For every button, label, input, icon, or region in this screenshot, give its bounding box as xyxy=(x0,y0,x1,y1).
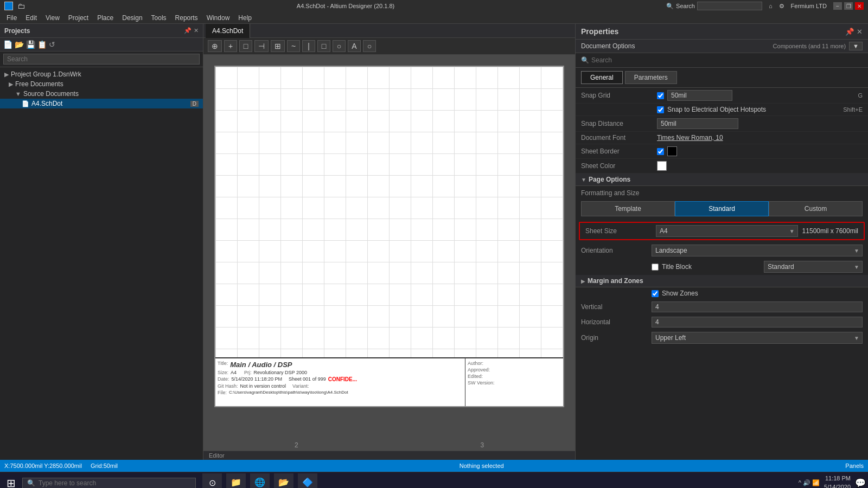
task-edge-btn[interactable]: 🌐 xyxy=(250,473,270,489)
tool-cross-btn[interactable]: ⊕ xyxy=(208,40,222,52)
taskbar-search-icon: 🔍 xyxy=(27,479,35,487)
props-search-input[interactable] xyxy=(591,56,863,64)
title-search-area: 🔍 Search xyxy=(666,2,762,10)
show-zones-checkbox[interactable] xyxy=(652,290,659,297)
standard-button[interactable]: Standard xyxy=(675,201,769,216)
tool-circle-btn[interactable]: ○ xyxy=(333,40,346,52)
menu-help[interactable]: Help xyxy=(234,13,256,23)
template-button[interactable]: Template xyxy=(581,201,675,216)
sheet-border-checkbox[interactable] xyxy=(657,148,664,155)
tool-plus-btn[interactable]: + xyxy=(224,40,237,52)
tree-source-docs-label: Source Documents xyxy=(23,90,79,98)
projects-search-input[interactable] xyxy=(3,54,200,65)
menu-project[interactable]: Project xyxy=(64,13,93,23)
snap-electrical-checkbox[interactable] xyxy=(657,106,664,113)
tool-power-btn[interactable]: ○ xyxy=(363,40,376,52)
tree-free-documents[interactable]: ▶ Free Documents xyxy=(0,79,203,89)
tool-bus-btn[interactable]: ~ xyxy=(287,40,300,52)
close-button[interactable]: ✕ xyxy=(855,2,864,10)
menu-tools[interactable]: Tools xyxy=(147,13,171,23)
menu-file[interactable]: File xyxy=(2,13,21,23)
orientation-label: Orientation xyxy=(581,247,652,254)
toolbar-save-btn[interactable]: 💾 xyxy=(26,40,35,49)
tab-general[interactable]: General xyxy=(581,71,623,84)
page-options-section[interactable]: ▼ Page Options xyxy=(576,174,868,186)
panel-close-button[interactable]: ✕ xyxy=(194,27,199,34)
file-value: C:\Users\vagrant\Desktop\this\path\is\wa… xyxy=(229,390,348,395)
props-pin-btn[interactable]: 📌 xyxy=(845,28,854,36)
title-search-label: Search xyxy=(676,3,695,9)
tab-parameters[interactable]: Parameters xyxy=(625,71,677,84)
header-home-icon[interactable]: ⌂ xyxy=(769,3,773,9)
restore-button[interactable]: ❐ xyxy=(844,2,853,10)
origin-select[interactable]: Upper Left Upper Right Lower Left Lower … xyxy=(652,332,863,344)
toolbar-open-btn[interactable]: 📂 xyxy=(15,40,24,49)
task-explorer-btn[interactable]: 📁 xyxy=(226,473,246,489)
horizontal-row: Horizontal xyxy=(576,314,868,330)
sheet-border-color[interactable] xyxy=(667,146,677,156)
properties-header: Properties 📌 ✕ xyxy=(576,24,868,40)
projects-panel-title: Projects xyxy=(4,27,30,35)
git-value: Not in version control xyxy=(240,383,286,389)
menu-place[interactable]: Place xyxy=(93,13,118,23)
tool-rect-btn[interactable]: □ xyxy=(239,40,252,52)
task-cortana-btn[interactable]: ⊙ xyxy=(202,473,222,489)
tool-box-btn[interactable]: □ xyxy=(317,40,330,52)
menu-design[interactable]: Design xyxy=(118,13,146,23)
window-title: A4.SchDot - Altium Designer (20.1.8) xyxy=(25,3,666,9)
toolbar-refresh-btn[interactable]: ↺ xyxy=(49,40,55,49)
orientation-select[interactable]: Landscape Portrait xyxy=(652,245,863,256)
doc-font-row: Document Font Times New Roman, 10 xyxy=(576,132,868,144)
tool-port-btn[interactable]: | xyxy=(302,40,315,52)
projects-search-box xyxy=(0,52,203,67)
task-files-btn[interactable]: 📂 xyxy=(274,473,293,489)
menu-window[interactable]: Window xyxy=(202,13,234,23)
notification-button[interactable]: 💬 xyxy=(855,478,866,488)
tool-junction-btn[interactable]: ⊞ xyxy=(271,40,285,52)
menu-reports[interactable]: Reports xyxy=(171,13,202,23)
tree-project-group[interactable]: ▶ Project Group 1.DsnWrk xyxy=(0,69,203,79)
taskbar-search-input[interactable] xyxy=(39,479,191,487)
tree-source-documents[interactable]: ▼ Source Documents xyxy=(0,89,203,99)
tool-wire-btn[interactable]: ⊣ xyxy=(254,40,269,52)
nothing-selected: Nothing selected xyxy=(126,463,837,469)
panel-pin-button[interactable]: 📌 xyxy=(184,27,192,34)
horizontal-input[interactable] xyxy=(652,317,863,328)
filter-button[interactable]: ▼ xyxy=(849,42,863,50)
menu-edit[interactable]: Edit xyxy=(21,13,41,23)
sheet-size-select[interactable]: A4 A3 A2 A1 A0 Letter xyxy=(656,225,798,237)
start-button[interactable]: ⊞ xyxy=(2,474,20,489)
tree-a4-schematic[interactable]: 📄 A4.SchDot D xyxy=(0,99,203,108)
canvas-tab-a4[interactable]: A4.SchDot xyxy=(206,24,250,38)
props-search: 🔍 xyxy=(576,53,868,68)
canvas-content[interactable]: Title: Main / Audio / DSP Size: A4 Prj: … xyxy=(203,55,575,451)
tool-text-btn[interactable]: A xyxy=(348,40,361,52)
show-zones-text: Show Zones xyxy=(662,290,698,297)
snap-grid-checkbox[interactable] xyxy=(657,92,664,99)
margin-zones-section[interactable]: ▶ Margin and Zones xyxy=(576,275,868,287)
snap-distance-input[interactable] xyxy=(657,118,738,129)
orientation-row: Orientation Landscape Portrait xyxy=(576,242,868,259)
toolbar-new-btn[interactable]: 📄 xyxy=(3,40,12,49)
snap-grid-input[interactable] xyxy=(667,90,732,101)
title-search-input[interactable] xyxy=(697,2,762,10)
canvas-area: A4.SchDot ⊕ + □ ⊣ ⊞ ~ | □ ○ A ○ Title: xyxy=(203,24,575,460)
sheet-color-row: Sheet Color xyxy=(576,159,868,174)
header-settings-icon[interactable]: ⚙ xyxy=(779,3,784,10)
minimize-button[interactable]: − xyxy=(833,2,842,10)
sheet-color-swatch[interactable] xyxy=(657,161,667,171)
margin-zones-arrow: ▶ xyxy=(581,278,585,284)
custom-button[interactable]: Custom xyxy=(769,201,863,216)
title-block-checkbox[interactable] xyxy=(652,264,659,271)
toolbar-saveas-btn[interactable]: 📋 xyxy=(37,40,47,49)
snap-grid-label: Snap Grid xyxy=(581,92,657,99)
vertical-input[interactable] xyxy=(652,301,863,312)
task-altium-btn[interactable]: 🔷 xyxy=(298,473,317,489)
title-block-select[interactable]: Standard None xyxy=(764,261,863,273)
snap-distance-row: Snap Distance xyxy=(576,116,868,132)
panels-button[interactable]: Panels xyxy=(845,463,864,469)
menu-view[interactable]: View xyxy=(41,13,64,23)
tray-icons: ^ 🔊 📶 xyxy=(799,479,820,486)
sheet-grid xyxy=(215,67,563,406)
props-close-btn[interactable]: ✕ xyxy=(857,28,863,36)
